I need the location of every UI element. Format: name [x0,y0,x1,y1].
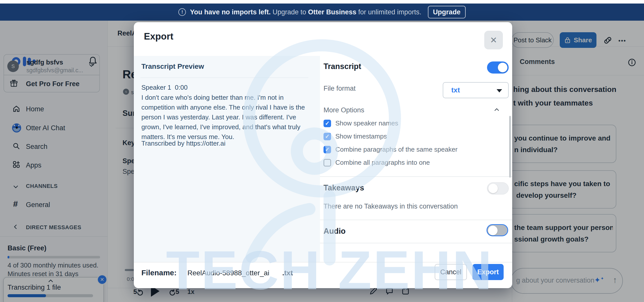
export-modal: Export ✕ Transcript Preview Speaker 1 0:… [134,22,512,288]
checkbox-row[interactable]: ✓Combine paragraphs of the same speaker [324,146,458,153]
modal-footer: Filename: ReelAudio-58988_otter_ai .txt … [134,262,512,288]
checkbox-row[interactable]: ✓Show speaker names [324,119,398,127]
section-divider [320,243,512,243]
more-options-collapse-icon[interactable] [494,108,499,113]
top-strip [0,0,644,4]
banner-text: Upgrade to [271,8,308,16]
preview-transcribed-by: Transcribed by https://otter.ai [141,140,225,147]
modal-close-button[interactable]: ✕ [484,31,503,49]
section-divider [320,220,512,220]
info-icon: ! [178,8,186,16]
banner-text-end: for unlimited imports. [356,8,421,16]
filename-label: Filename: [141,269,177,277]
modal-title: Export [144,31,173,42]
checkbox-icon: ✓ [324,133,331,140]
takeaways-section-title: Takeaways [324,183,364,192]
select-caret-icon [497,89,502,92]
filename-input[interactable]: ReelAudio-58988_otter_ai [187,269,269,277]
file-format-select[interactable]: txt [443,82,509,98]
file-format-label: File format [324,85,356,92]
upgrade-banner: ! You have no imports left. Upgrade to O… [0,4,644,21]
checkbox-row[interactable]: ✓Show timestamps [324,132,387,140]
preview-paragraph: I don't care who's doing better than me.… [141,93,312,142]
file-format-value: txt [451,86,460,94]
export-button[interactable]: Export [472,264,504,280]
takeaways-toggle[interactable] [487,182,509,194]
checkbox-icon [324,159,331,166]
cancel-button[interactable]: Cancel [435,264,467,280]
otter-app-screen: ! You have no imports left. Upgrade to O… [0,0,644,302]
transcript-preview-panel: Transcript Preview Speaker 1 0:00 I don'… [134,56,320,262]
modal-scrollbar[interactable] [509,116,511,178]
checkbox-icon: ✓ [324,120,331,127]
preview-title: Transcript Preview [141,62,204,71]
upgrade-button[interactable]: Upgrade [428,6,466,18]
filename-extension: .txt [282,269,293,277]
preview-divider [140,78,308,78]
banner-text-bold: You have no imports left. [190,8,271,16]
more-options-label[interactable]: More Options [324,106,364,114]
transcript-toggle[interactable] [487,61,509,74]
checkbox-row[interactable]: Combine all paragraphs into one [324,159,430,166]
transcript-section-title: Transcript [324,62,361,71]
preview-speaker-line: Speaker 1 0:00 [141,84,188,91]
section-divider [320,176,512,177]
audio-toggle[interactable] [487,224,508,236]
checkbox-icon: ✓ [324,146,331,153]
banner-text-brand: Otter Business [308,8,356,16]
audio-section-title: Audio [324,227,346,236]
takeaways-empty-text: There are no Takeaways in this conversat… [324,203,458,210]
